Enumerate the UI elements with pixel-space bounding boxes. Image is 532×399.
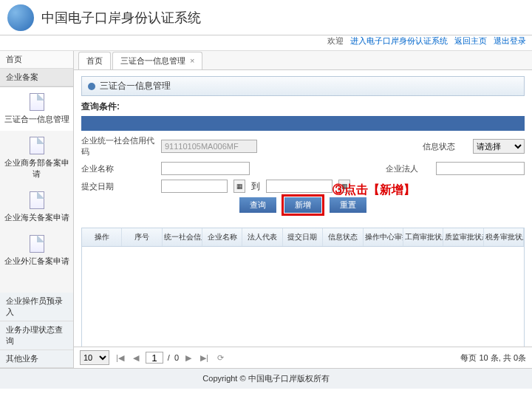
document-icon [30, 235, 44, 253]
total-pages: 0 [174, 353, 179, 362]
tab-three-cert[interactable]: 三证合一信息管理× [112, 52, 202, 69]
system-title: 中国电子口岸身份认证系统 [41, 9, 201, 27]
status-label: 信息状态 [423, 141, 467, 152]
sidebar-item-forex[interactable]: 企业外汇备案申请 [0, 229, 73, 273]
col-seq: 序号 [122, 228, 162, 246]
reset-button[interactable]: 重置 [330, 197, 366, 213]
panel-title-bar: 三证合一信息管理 [81, 76, 525, 96]
sidebar-bottom-other[interactable]: 其他业务 [0, 350, 73, 368]
tab-bar: 首页 三证合一信息管理× [74, 51, 532, 70]
first-page-button[interactable]: |◀ [114, 353, 126, 363]
close-icon[interactable]: × [190, 56, 194, 65]
app-header: 中国电子口岸身份认证系统 [0, 0, 532, 35]
name-input[interactable] [161, 162, 250, 175]
document-icon [30, 137, 44, 154]
home-link[interactable]: 返回主页 [454, 36, 487, 45]
code-label: 企业统一社会信用代码 [81, 135, 155, 157]
sidebar-item-label: 三证合一信息管理 [4, 115, 69, 123]
document-icon [30, 93, 44, 111]
name-label: 企业名称 [81, 163, 155, 174]
copyright: Copyright © 中国电子口岸版权所有 [202, 374, 329, 383]
pager: 10 |◀ ◀ / 0 ▶ ▶| ⟳ 每页 10 条, 共 0条 [74, 347, 532, 368]
page-sep: / [168, 353, 170, 362]
document-icon [30, 191, 44, 209]
prev-page-button[interactable]: ◀ [131, 353, 141, 363]
sidebar-item-commerce[interactable]: 企业商务部备案申请 [0, 131, 73, 185]
enter-system-link[interactable]: 进入电子口岸身份认证系统 [350, 36, 448, 45]
sidebar-item-customs[interactable]: 企业海关备案申请 [0, 185, 73, 229]
page-input[interactable] [146, 352, 163, 364]
date-label: 提交日期 [81, 181, 155, 192]
tab-label: 三证合一信息管理 [120, 56, 185, 65]
footer: Copyright © 中国电子口岸版权所有 [0, 368, 532, 389]
filter-label: 查询条件: [81, 96, 525, 116]
sidebar-item-three-cert[interactable]: 三证合一信息管理 [0, 87, 73, 131]
search-button[interactable]: 查询 [239, 197, 276, 213]
col-tax-review: 税务审批状态 [484, 228, 524, 246]
filter-form: 企业统一社会信用代码 信息状态 请选择 企业名称 企业法人 提交日期 ▦ [81, 131, 525, 220]
bullet-icon [88, 83, 95, 90]
legal-label: 企业法人 [386, 163, 430, 174]
col-qc-review: 质监审批状态 [443, 228, 483, 246]
next-page-button[interactable]: ▶ [183, 353, 194, 363]
sidebar-bottom-status[interactable]: 业务办理状态查询 [0, 321, 73, 350]
annotation-text: ③点击【新增】 [332, 183, 415, 198]
results-grid: 操作 序号 统一社会信用代码 企业名称 法人代表 提交日期 信息状态 操作中心审… [81, 228, 525, 347]
welcome-label: 欢迎 [327, 36, 344, 45]
code-input [161, 140, 257, 153]
sidebar-item-label: 企业海关备案申请 [4, 213, 69, 222]
refresh-button[interactable]: ⟳ [215, 353, 226, 363]
logo-icon [7, 4, 34, 31]
date-to-label: 到 [251, 180, 260, 193]
col-status: 信息状态 [323, 228, 363, 246]
logout-link[interactable]: 退出登录 [494, 36, 526, 45]
sidebar-bottom-operator[interactable]: 企业操作员预录入 [0, 293, 73, 321]
grid-header: 操作 序号 统一社会信用代码 企业名称 法人代表 提交日期 信息状态 操作中心审… [82, 228, 524, 247]
sidebar-item-label: 企业外汇备案申请 [4, 256, 69, 265]
add-button[interactable]: 新增 [284, 197, 321, 213]
legal-input[interactable] [436, 162, 525, 175]
col-biz-review: 工商审批状态 [403, 228, 443, 246]
tab-label: 首页 [86, 56, 103, 65]
status-select[interactable]: 请选择 [473, 139, 525, 154]
col-action: 操作 [82, 228, 122, 246]
sidebar-item-label: 企业商务部备案申请 [4, 158, 69, 178]
last-page-button[interactable]: ▶| [198, 353, 211, 363]
calendar-icon[interactable]: ▦ [233, 180, 245, 193]
col-name: 企业名称 [202, 228, 242, 246]
col-legal: 法人代表 [242, 228, 282, 246]
welcome-bar: 欢迎 进入电子口岸身份认证系统 返回主页 退出登录 [0, 35, 532, 50]
pager-summary: 每页 10 条, 共 0条 [460, 352, 526, 364]
date-to-input[interactable] [266, 180, 332, 193]
sidebar-top-filing[interactable]: 企业备案 [0, 69, 73, 86]
section-bar [81, 116, 525, 131]
col-code: 统一社会信用代码 [163, 228, 202, 246]
page-size-select[interactable]: 10 [80, 350, 109, 365]
date-from-input[interactable] [161, 180, 228, 193]
sidebar-top-home[interactable]: 首页 [0, 51, 73, 69]
tab-home[interactable]: 首页 [78, 52, 111, 69]
col-date: 提交日期 [283, 228, 323, 246]
grid-body [82, 247, 524, 347]
sidebar: 首页 企业备案 三证合一信息管理 企业商务部备案申请 企业海关备案申请 企业外汇… [0, 51, 74, 368]
panel-title: 三证合一信息管理 [100, 80, 171, 92]
col-op-review: 操作中心审批状态 [364, 228, 403, 246]
